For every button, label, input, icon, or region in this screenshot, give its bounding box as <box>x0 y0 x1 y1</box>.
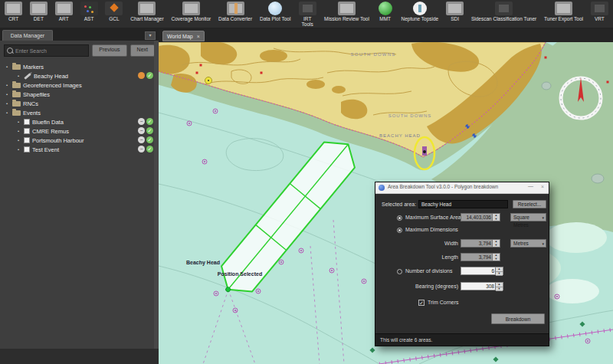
toolbar-item-gcl[interactable]: GCL <box>105 2 123 21</box>
visible-badge[interactable]: ✓ <box>146 136 153 143</box>
checkbox-icon[interactable] <box>24 119 30 125</box>
label-south-downs-upper: SOUTH DOWNS <box>351 52 396 57</box>
toolbar-item-data-plot-tool[interactable]: Data Plot Tool <box>260 2 290 21</box>
toolbar-item-det[interactable]: DET <box>30 2 48 21</box>
max-dimensions-radio[interactable] <box>397 228 402 233</box>
tree-item-beachy-head[interactable]: • Beachy Head ✓ <box>0 71 159 80</box>
toolbar-item-mission-review-tool[interactable]: Mission Review Tool <box>324 2 369 21</box>
width-label: Width <box>412 241 458 246</box>
crt-icon <box>5 2 22 15</box>
spinner[interactable]: ▴▾ <box>492 240 500 247</box>
next-button[interactable]: Next <box>130 44 155 57</box>
vrt-icon <box>591 2 608 15</box>
search-placeholder: Enter Search <box>15 48 47 54</box>
expand-icon[interactable]: • <box>18 145 21 154</box>
remove-badge[interactable]: − <box>138 127 145 134</box>
toolbar-item-crt[interactable]: CRT <box>5 2 22 21</box>
marker-color-badge[interactable] <box>138 72 145 79</box>
visible-badge[interactable]: ✓ <box>146 118 153 125</box>
toolbar-item-sdi[interactable]: SDI <box>446 2 464 21</box>
spinner[interactable]: ▴▾ <box>495 267 503 274</box>
expand-icon[interactable]: • <box>6 108 10 117</box>
folder-icon <box>12 83 21 88</box>
toolbar-item-neptune-topside[interactable]: Neptune Topside <box>402 2 439 21</box>
divisions-field[interactable]: 6 ▴▾ <box>461 267 503 275</box>
tree-item-georeferenced-images[interactable]: • Georeferenced Images <box>0 80 159 90</box>
data-manager-panel: Data Manager ▾ Enter Search Previous Nex… <box>0 29 159 364</box>
tab-data-manager[interactable]: Data Manager <box>2 30 53 41</box>
trim-corners-checkbox[interactable]: ✓ <box>418 300 425 306</box>
dialog-app-icon <box>379 185 385 191</box>
remove-badge[interactable]: − <box>138 136 145 143</box>
remove-badge[interactable]: − <box>138 118 145 125</box>
chart-manager-icon <box>138 2 156 15</box>
toolbar-item-art[interactable]: ART <box>55 2 73 21</box>
visible-badge[interactable]: ✓ <box>146 146 153 152</box>
max-surface-unit-dropdown[interactable]: Square Metres ▾ <box>510 213 546 221</box>
expand-icon[interactable]: • <box>6 90 10 99</box>
expand-icon[interactable]: • <box>6 80 10 90</box>
tree-item-markers[interactable]: • Markers <box>0 62 159 71</box>
toolbar-item-chart-manager[interactable]: Chart Manager <box>130 2 163 21</box>
length-label: Length <box>412 254 458 260</box>
close-tab-icon[interactable]: × <box>197 31 200 41</box>
tree-item-bluefin-data[interactable]: • Bluefin Data − ✓ <box>0 117 159 126</box>
max-surface-radio[interactable] <box>397 215 402 221</box>
toolbar-item-data-converter[interactable]: Data Converter <box>218 2 252 21</box>
spinner[interactable]: ▴▾ <box>492 214 500 221</box>
toolbar-item-vrt[interactable]: VRT <box>591 2 608 21</box>
divisions-radio[interactable] <box>397 269 402 274</box>
expand-icon[interactable]: • <box>6 99 10 108</box>
mission-review-tool-icon <box>338 2 356 15</box>
selected-area-field[interactable]: Beachy Head <box>418 200 508 208</box>
checkbox-icon[interactable] <box>24 128 30 134</box>
data-plot-tool-icon <box>268 2 282 15</box>
sidescan-classification-tuner-icon <box>495 2 513 15</box>
width-unit-dropdown[interactable]: Metres ▾ <box>510 239 546 248</box>
expand-icon[interactable]: • <box>18 136 21 145</box>
max-dimensions-label: Maximum Dimensions <box>405 227 458 232</box>
visible-badge[interactable]: ✓ <box>146 72 153 79</box>
panel-menu-button[interactable]: ▾ <box>145 31 156 40</box>
toolbar-item-ast[interactable]: AST <box>80 2 98 21</box>
reselect-button[interactable]: Reselect... <box>513 200 546 208</box>
checkbox-icon[interactable] <box>24 137 30 143</box>
bearing-field[interactable]: 308 ▴▾ <box>461 282 503 290</box>
tab-world-map[interactable]: World Map × <box>162 31 205 41</box>
minimize-icon[interactable]: — <box>528 183 533 189</box>
sidebar-footer <box>0 349 159 364</box>
map-tabstrip: World Map × <box>159 29 613 43</box>
max-surface-field[interactable]: 14,403,036 ▴▾ <box>461 213 500 221</box>
toolbar-item-sidescan-classification-tuner[interactable]: Sidescan Classification Tuner <box>471 2 536 21</box>
area-breakdown-dialog: Area Breakdown Tool v3.0.0 - Polygon bre… <box>375 182 549 346</box>
checkbox-icon[interactable] <box>24 146 30 152</box>
expand-icon[interactable]: • <box>18 71 21 80</box>
toolbar-item-mmt[interactable]: MMT <box>377 2 394 21</box>
spinner[interactable]: ▴▾ <box>492 254 500 261</box>
search-input[interactable]: Enter Search <box>4 44 89 57</box>
search-row: Enter Search Previous Next <box>0 41 159 60</box>
tree-item-shapefiles[interactable]: • Shapefiles <box>0 90 159 99</box>
tree-item-rncs[interactable]: • RNCs <box>0 99 159 108</box>
remove-badge[interactable]: − <box>138 146 145 152</box>
expand-icon[interactable]: • <box>6 62 10 71</box>
tree-item-cmre-remus[interactable]: • CMRE Remus − ✓ <box>0 126 159 136</box>
previous-button[interactable]: Previous <box>92 44 126 57</box>
length-field[interactable]: 3,794 ▴▾ <box>461 253 500 261</box>
toolbar-item-tuner-export-tool[interactable]: Tuner Export Tool <box>544 2 583 21</box>
expand-icon[interactable]: • <box>18 126 21 136</box>
toolbar-item-coverage-monitor[interactable]: Coverage Monitor <box>172 2 211 21</box>
spinner[interactable]: ▴▾ <box>495 283 503 290</box>
close-icon[interactable]: × <box>541 184 544 189</box>
breakdown-button[interactable]: Breakdown <box>491 313 545 324</box>
tree-item-events[interactable]: • Events <box>0 108 159 117</box>
tree-item-portsmouth-harbour[interactable]: • Portsmouth Harbour − ✓ <box>0 136 159 145</box>
expand-icon[interactable]: • <box>18 117 21 126</box>
width-field[interactable]: 3,794 ▴▾ <box>461 239 500 248</box>
tree-item-test-event[interactable]: • Test Event − ✓ <box>0 145 159 154</box>
toolbar-item-irt-tools[interactable]: IRT Tools <box>298 2 316 27</box>
ast-icon <box>80 2 98 15</box>
dialog-titlebar[interactable]: Area Breakdown Tool v3.0.0 - Polygon bre… <box>375 182 549 194</box>
label-selected-marker: Beachy Head <box>186 260 220 266</box>
visible-badge[interactable]: ✓ <box>146 127 153 134</box>
